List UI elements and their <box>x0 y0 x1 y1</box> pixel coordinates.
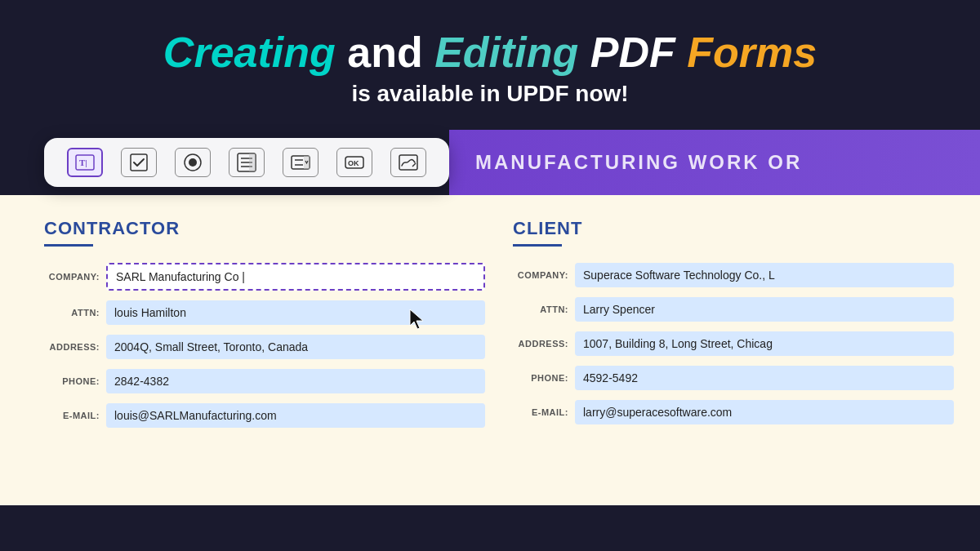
contractor-company-row: COMPANY: <box>44 263 485 291</box>
contractor-attn-row: ATTN: <box>44 300 485 325</box>
contractor-phone-row: PHONE: <box>44 369 485 393</box>
combo-tool[interactable] <box>283 148 318 177</box>
contractor-column: CONTRACTOR COMPANY: ATTN: ADDRESS: PHONE… <box>44 218 505 438</box>
client-attn-row: ATTN: <box>513 297 954 322</box>
form-area: CONTRACTOR COMPANY: ATTN: ADDRESS: PHONE… <box>0 195 980 505</box>
client-address-label: ADDRESS: <box>513 339 568 349</box>
client-company-row: COMPANY: <box>513 263 954 287</box>
button-tool[interactable]: OK <box>336 148 372 177</box>
banner-text: MANUFACTURING WORK OR <box>475 151 802 174</box>
svg-point-4 <box>189 158 197 167</box>
contractor-address-input[interactable] <box>106 335 485 359</box>
toolbar-wrap: T| <box>0 130 449 195</box>
contractor-phone-label: PHONE: <box>44 376 100 386</box>
contractor-email-row: E-MAIL: <box>44 403 485 428</box>
form-columns: CONTRACTOR COMPANY: ATTN: ADDRESS: PHONE… <box>44 218 954 438</box>
list-tool[interactable] <box>229 148 265 177</box>
word-and: and <box>347 29 434 76</box>
client-phone-label: PHONE: <box>513 373 568 383</box>
client-column: CLIENT COMPANY: ATTN: ADDRESS: PHONE: <box>505 218 954 438</box>
text-field-tool[interactable]: T| <box>67 148 103 177</box>
svg-text:OK: OK <box>348 159 359 167</box>
word-forms: Forms <box>687 29 817 76</box>
client-address-row: ADDRESS: <box>513 331 954 356</box>
client-phone-input[interactable] <box>575 366 954 390</box>
contractor-attn-label: ATTN: <box>44 308 100 318</box>
client-email-input[interactable] <box>575 400 954 424</box>
client-company-label: COMPANY: <box>513 270 568 280</box>
client-underline <box>513 244 562 247</box>
word-creating: Creating <box>163 29 336 76</box>
contractor-address-row: ADDRESS: <box>44 335 485 359</box>
client-email-label: E-MAIL: <box>513 407 568 417</box>
headline-line2: is available in UPDF now! <box>16 81 964 107</box>
word-pdf: PDF <box>590 29 687 76</box>
contractor-attn-input[interactable] <box>106 300 485 325</box>
word-editing: Editing <box>434 29 578 76</box>
headline-line1: Creating and Editing PDF Forms <box>16 29 964 76</box>
contractor-email-label: E-MAIL: <box>44 411 100 420</box>
client-title: CLIENT <box>513 218 954 239</box>
checkbox-tool[interactable] <box>121 148 157 177</box>
client-attn-label: ATTN: <box>513 304 568 314</box>
signature-tool[interactable] <box>390 148 426 177</box>
header: Creating and Editing PDF Forms is availa… <box>0 0 980 130</box>
toolbar-banner-row: T| <box>0 130 980 195</box>
contractor-email-input[interactable] <box>106 403 485 428</box>
client-company-input[interactable] <box>575 263 954 287</box>
contractor-underline <box>44 244 93 247</box>
contractor-phone-input[interactable] <box>106 369 485 393</box>
client-email-row: E-MAIL: <box>513 400 954 424</box>
contractor-company-input[interactable] <box>106 263 485 291</box>
svg-line-17 <box>412 163 416 167</box>
client-phone-row: PHONE: <box>513 366 954 390</box>
svg-text:T|: T| <box>79 158 87 167</box>
client-attn-input[interactable] <box>575 297 954 322</box>
radio-tool[interactable] <box>175 148 211 177</box>
contractor-address-label: ADDRESS: <box>44 342 100 352</box>
client-address-input[interactable] <box>575 331 954 356</box>
banner-wrap: MANUFACTURING WORK OR <box>449 130 980 195</box>
contractor-company-label: COMPANY: <box>44 272 100 282</box>
contractor-title: CONTRACTOR <box>44 218 485 239</box>
svg-rect-9 <box>249 153 256 171</box>
toolbar: T| <box>44 138 449 187</box>
